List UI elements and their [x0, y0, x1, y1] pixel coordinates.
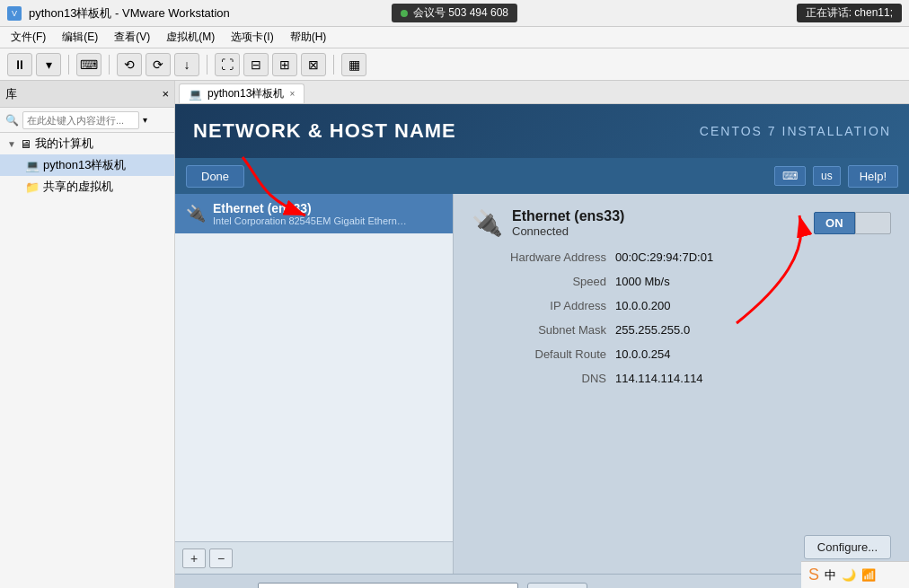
- toggle-on-button[interactable]: ON: [814, 212, 855, 234]
- tab-icon: 💻: [189, 88, 202, 101]
- toolbar-btn-7[interactable]: ⊞: [272, 53, 297, 76]
- detail-ethernet-icon: 🔌: [472, 208, 503, 238]
- menu-tabs[interactable]: 选项卡(I): [224, 28, 280, 47]
- menu-edit[interactable]: 编辑(E): [55, 28, 105, 47]
- sidebar-item-vm-label: python13样板机: [43, 157, 127, 173]
- menu-bar: 文件(F) 编辑(E) 查看(V) 虚拟机(M) 选项卡(I) 帮助(H): [0, 27, 909, 48]
- detail-header: 🔌 Ethernet (ens33) Connected ON: [472, 208, 891, 238]
- tab-vm[interactable]: 💻 python13样板机 ×: [179, 83, 304, 103]
- toolbar-full-screen[interactable]: ⛶: [215, 53, 240, 76]
- content-wrapper: 库 × 🔍 ▾ ▼ 🖥 我的计算机 💻 python13样板机 📁 共享的虚拟机: [0, 81, 909, 588]
- network-item-name: Ethernet (ens33): [213, 201, 442, 215]
- panel-toolbar: Done ⌨ us Help!: [175, 158, 909, 194]
- network-item-info: Ethernet (ens33) Intel Corporation 82545…: [213, 201, 442, 226]
- network-list-controls: + −: [175, 541, 453, 574]
- hostname-input[interactable]: [258, 583, 518, 589]
- content-area: 💻 python13样板机 × NETWORK & HOST NAME CENT…: [175, 81, 909, 588]
- dns-value: 114.114.114.114: [615, 372, 703, 385]
- configure-button[interactable]: Configure...: [804, 535, 891, 559]
- toolbar-btn-5[interactable]: ↓: [174, 53, 199, 76]
- network-list-empty: [175, 233, 453, 541]
- detail-row-speed: Speed 1000 Mb/s: [472, 273, 891, 290]
- search-input[interactable]: [22, 111, 139, 129]
- sidebar-item-label: 我的计算机: [35, 136, 93, 152]
- panel-title-text: NETWORK & HOST NAME: [193, 119, 456, 143]
- menu-file[interactable]: 文件(F): [4, 28, 53, 47]
- taskbar-icon-moon: 🌙: [842, 568, 856, 582]
- detail-title-area: 🔌 Ethernet (ens33) Connected: [472, 208, 624, 238]
- menu-help[interactable]: 帮助(H): [283, 28, 334, 47]
- detail-row-ip: IP Address 10.0.0.200: [472, 297, 891, 314]
- title-left: V python13样板机 - VMware Workstation: [7, 5, 230, 22]
- meeting-dot: [401, 10, 408, 17]
- search-dropdown-icon[interactable]: ▾: [143, 115, 147, 125]
- toolbar-btn-4[interactable]: ⟳: [146, 53, 171, 76]
- sidebar-item-shared[interactable]: 📁 共享的虚拟机: [0, 176, 174, 197]
- network-content: 🔌 Ethernet (ens33) Intel Corporation 825…: [175, 194, 909, 574]
- toolbar-sep-1: [68, 55, 69, 75]
- search-icon: 🔍: [5, 114, 19, 127]
- network-list: 🔌 Ethernet (ens33) Intel Corporation 825…: [175, 194, 454, 574]
- help-button[interactable]: Help!: [848, 165, 898, 188]
- speaking-badge: 正在讲话: chen11;: [797, 4, 902, 22]
- apply-button[interactable]: Apply: [527, 583, 587, 588]
- done-button[interactable]: Done: [186, 165, 244, 188]
- keyboard-area: ⌨ us Help!: [774, 165, 898, 188]
- detail-row-subnet: Subnet Mask 255.255.255.0: [472, 321, 891, 338]
- sidebar-item-shared-label: 共享的虚拟机: [43, 179, 113, 195]
- network-detail: 🔌 Ethernet (ens33) Connected ON: [454, 194, 909, 574]
- menu-vm[interactable]: 虚拟机(M): [159, 28, 222, 47]
- toolbar-btn-6[interactable]: ⊟: [243, 53, 269, 76]
- keyboard-icon: ⌨: [774, 166, 806, 186]
- toggle-off-button[interactable]: [855, 212, 891, 234]
- toggle-area: ON: [814, 212, 891, 234]
- remove-network-button[interactable]: −: [209, 549, 233, 568]
- toolbar-btn-9[interactable]: ▦: [341, 53, 366, 76]
- panel-subtitle-text: CENTOS 7 INSTALLATION: [700, 124, 891, 138]
- title-bar: V python13样板机 - VMware Workstation 会议号 5…: [0, 0, 909, 27]
- toolbar-sep-2: [109, 55, 110, 75]
- toolbar-btn-3[interactable]: ⟲: [117, 53, 142, 76]
- sidebar-close-icon[interactable]: ×: [162, 87, 169, 101]
- hw-addr-label: Hardware Address: [472, 250, 615, 264]
- ethernet-icon: 🔌: [186, 204, 206, 224]
- toolbar: ⏸ ▾ ⌨ ⟲ ⟳ ↓ ⛶ ⊟ ⊞ ⊠ ▦: [0, 48, 909, 81]
- sidebar-item-vm[interactable]: 💻 python13样板机: [0, 154, 174, 176]
- tab-close-icon[interactable]: ×: [289, 89, 295, 99]
- ip-value: 10.0.0.200: [615, 299, 670, 312]
- sidebar-search-bar: 🔍 ▾: [0, 108, 174, 133]
- hostname-bar: Host name: Apply Current host name: loca…: [175, 574, 909, 588]
- keyboard-lang[interactable]: us: [813, 166, 841, 186]
- taskbar-icon-s: S: [808, 566, 819, 584]
- toolbar-btn-8[interactable]: ⊠: [301, 53, 326, 76]
- toolbar-sep-3: [207, 55, 207, 75]
- sidebar-item-mycomputer[interactable]: ▼ 🖥 我的计算机: [0, 133, 174, 154]
- taskbar: S 中 🌙 📶: [801, 561, 909, 588]
- speaking-label: 正在讲话: chen11;: [806, 6, 893, 19]
- hw-addr-value: 00:0C:29:94:7D:01: [615, 250, 713, 264]
- gateway-label: Default Route: [472, 347, 615, 361]
- subnet-label: Subnet Mask: [472, 323, 615, 337]
- detail-name: Ethernet (ens33): [512, 208, 624, 224]
- vm-item-icon: 💻: [25, 159, 40, 172]
- toolbar-send-ctrl-alt-del[interactable]: ⌨: [76, 53, 101, 76]
- detail-row-hwaddr: Hardware Address 00:0C:29:94:7D:01: [472, 249, 891, 266]
- network-list-item[interactable]: 🔌 Ethernet (ens33) Intel Corporation 825…: [175, 194, 453, 233]
- detail-status: Connected: [512, 224, 624, 238]
- vm-icon: V: [7, 6, 22, 21]
- add-network-button[interactable]: +: [182, 549, 206, 568]
- detail-name-area: Ethernet (ens33) Connected: [512, 208, 624, 238]
- taskbar-icon-chinese: 中: [825, 567, 836, 584]
- meeting-badge: 会议号 503 494 608: [392, 4, 517, 22]
- ip-label: IP Address: [472, 299, 615, 312]
- network-item-desc: Intel Corporation 82545EM Gigabit Ethern…: [213, 215, 410, 226]
- menu-view[interactable]: 查看(V): [107, 28, 157, 47]
- toolbar-dropdown[interactable]: ▾: [36, 53, 61, 76]
- gateway-value: 10.0.0.254: [615, 347, 670, 361]
- panel-header: NETWORK & HOST NAME CENTOS 7 INSTALLATIO…: [175, 104, 909, 158]
- sidebar-title: 库: [5, 86, 17, 102]
- speed-label: Speed: [472, 275, 615, 288]
- shared-icon: 📁: [25, 180, 40, 194]
- tab-label: python13样板机: [207, 86, 284, 101]
- toolbar-pause[interactable]: ⏸: [7, 53, 32, 76]
